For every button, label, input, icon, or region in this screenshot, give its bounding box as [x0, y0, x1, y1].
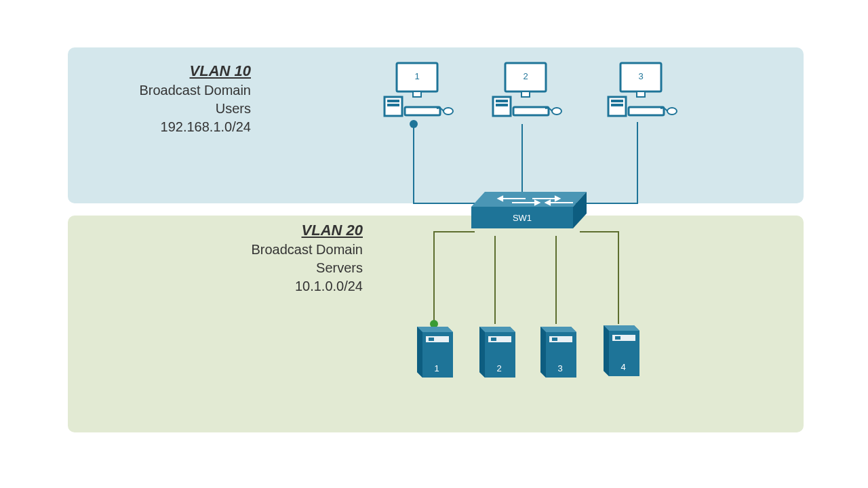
vlan20-links: [434, 232, 618, 324]
server-number: 4: [620, 362, 625, 372]
topology-diagram: SW1 1 2 3 1 2 3 4: [0, 0, 868, 488]
server-icon-4: 4: [604, 325, 639, 376]
pc-number: 3: [638, 71, 643, 81]
pc-icon-1: 1: [384, 63, 453, 116]
vlan10-link-dot: [410, 120, 418, 128]
switch-label: SW1: [513, 213, 532, 223]
pc-icon-3: 3: [608, 63, 677, 116]
pc-number: 2: [523, 71, 528, 81]
server-icon-3: 3: [540, 327, 576, 378]
vlan10-links: [414, 122, 637, 203]
switch-icon: SW1: [471, 192, 587, 228]
server-number: 2: [496, 363, 501, 373]
server-icon-1: 1: [417, 327, 453, 378]
server-number: 3: [557, 363, 562, 373]
pc-icon-2: 2: [493, 63, 561, 116]
pc-number: 1: [414, 71, 419, 81]
server-icon-2: 2: [479, 327, 515, 378]
server-number: 1: [434, 363, 439, 373]
